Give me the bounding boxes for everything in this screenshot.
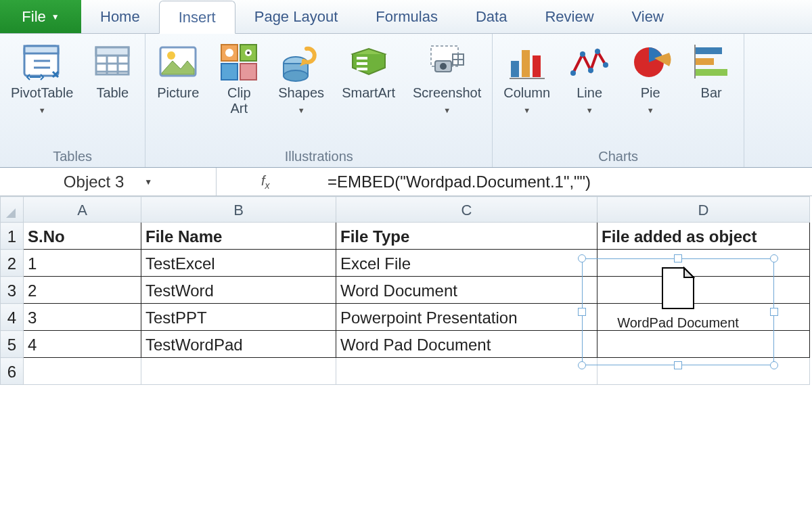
- cell-B5[interactable]: TestWordPad: [141, 331, 336, 358]
- fx-icon[interactable]: fx: [261, 173, 270, 191]
- table-button[interactable]: Table: [88, 38, 137, 101]
- cell-B1[interactable]: File Name: [141, 223, 336, 250]
- ribbon: PivotTable▼TableTablesPictureClipArtShap…: [0, 34, 812, 168]
- chevron-down-icon[interactable]: ▼: [144, 177, 152, 187]
- line-button[interactable]: Line▼: [565, 38, 614, 116]
- picture-icon: [156, 41, 200, 84]
- cell-C5[interactable]: Word Pad Document: [336, 331, 597, 358]
- embedded-object[interactable]: WordPad Document: [578, 254, 778, 369]
- tab-view[interactable]: View: [613, 0, 683, 33]
- row-header-5[interactable]: 5: [1, 331, 24, 358]
- clipart-button[interactable]: ClipArt: [215, 38, 263, 116]
- svg-point-12: [247, 51, 250, 54]
- ribbon-group-illustrations: PictureClipArtShapes▼SmartArtScreenshot▼…: [145, 34, 493, 167]
- cell-C4[interactable]: Powerpoint Presentation: [336, 304, 597, 331]
- resize-handle-nw[interactable]: [578, 254, 586, 262]
- formula-bar: Object 3 ▼ ✕ fx =EMBED("Wordpad.Document…: [0, 168, 812, 196]
- bar-button[interactable]: Bar: [687, 38, 736, 101]
- ribbon-group-label: Tables: [8, 147, 137, 167]
- svg-point-21: [440, 63, 447, 70]
- column-header-A[interactable]: A: [24, 197, 141, 223]
- pie-button[interactable]: Pie▼: [626, 38, 675, 116]
- tab-page-layout[interactable]: Page Layout: [235, 0, 357, 33]
- svg-rect-32: [695, 47, 722, 54]
- shapes-icon: [279, 41, 323, 84]
- svg-rect-16: [357, 57, 367, 60]
- picture-button[interactable]: Picture: [154, 38, 202, 101]
- resize-handle-n[interactable]: [674, 254, 682, 262]
- row-header-6[interactable]: 6: [1, 358, 24, 385]
- cell-B3[interactable]: TestWord: [141, 277, 336, 304]
- column-button[interactable]: Column▼: [501, 38, 553, 116]
- svg-point-5: [167, 51, 175, 60]
- svg-rect-10: [240, 64, 256, 80]
- column-label: Column▼: [503, 85, 550, 116]
- tab-review[interactable]: Review: [526, 0, 612, 33]
- worksheet-grid[interactable]: ABCD1S.NoFile NameFile TypeFile added as…: [0, 196, 812, 385]
- resize-handle-ne[interactable]: [770, 254, 778, 262]
- line-icon: [568, 41, 611, 84]
- clipart-icon: [217, 41, 261, 84]
- smartart-button[interactable]: SmartArt: [339, 38, 398, 101]
- svg-rect-17: [357, 62, 367, 65]
- cell-C6[interactable]: [336, 358, 597, 385]
- pivottable-icon: [20, 41, 64, 84]
- column-header-B[interactable]: B: [141, 197, 336, 223]
- document-icon: [660, 267, 696, 313]
- ribbon-group-charts: Column▼Line▼Pie▼BarCharts: [493, 34, 744, 167]
- picture-label: Picture: [157, 85, 199, 101]
- cell-C2[interactable]: Excel File: [336, 250, 597, 277]
- column-header-D[interactable]: D: [597, 197, 810, 223]
- name-box-value: Object 3: [64, 173, 124, 191]
- cell-C3[interactable]: Word Document: [336, 277, 597, 304]
- shapes-button[interactable]: Shapes▼: [275, 38, 327, 116]
- screenshot-button[interactable]: Screenshot▼: [410, 38, 484, 116]
- name-box[interactable]: Object 3 ▼: [0, 168, 217, 196]
- row-header-4[interactable]: 4: [1, 304, 24, 331]
- pie-label: Pie▼: [641, 85, 660, 116]
- row-header-1[interactable]: 1: [1, 223, 24, 250]
- svg-point-28: [588, 68, 593, 73]
- cell-A5[interactable]: 4: [24, 331, 141, 358]
- formula-bar-buttons: ✕ fx: [217, 168, 318, 196]
- cell-D1[interactable]: File added as object: [597, 223, 810, 250]
- row-header-3[interactable]: 3: [1, 277, 24, 304]
- resize-handle-sw[interactable]: [578, 361, 586, 369]
- svg-point-29: [595, 49, 600, 54]
- cell-C1[interactable]: File Type: [336, 223, 597, 250]
- cell-A2[interactable]: 1: [24, 250, 141, 277]
- file-tab-label: File: [22, 8, 45, 26]
- svg-rect-1: [24, 46, 58, 53]
- screenshot-icon: [426, 41, 469, 84]
- column-icon: [505, 41, 549, 84]
- tab-insert[interactable]: Insert: [159, 1, 235, 34]
- cell-A1[interactable]: S.No: [24, 223, 141, 250]
- svg-point-26: [570, 70, 576, 76]
- resize-handle-se[interactable]: [770, 361, 778, 369]
- svg-rect-24: [522, 50, 530, 77]
- cell-B2[interactable]: TestExcel: [141, 250, 336, 277]
- cell-A6[interactable]: [24, 358, 141, 385]
- cell-B6[interactable]: [141, 358, 336, 385]
- svg-point-27: [580, 51, 585, 57]
- cell-A4[interactable]: 3: [24, 304, 141, 331]
- pivottable-label: PivotTable▼: [11, 85, 73, 116]
- tab-data[interactable]: Data: [457, 0, 526, 33]
- row-header-2[interactable]: 2: [1, 250, 24, 277]
- tab-formulas[interactable]: Formulas: [357, 0, 457, 33]
- file-tab[interactable]: File ▼: [0, 0, 81, 33]
- cell-B4[interactable]: TestPPT: [141, 304, 336, 331]
- column-header-C[interactable]: C: [336, 197, 597, 223]
- tab-home[interactable]: Home: [81, 0, 159, 33]
- ribbon-group-label: Charts: [501, 147, 736, 167]
- formula-input[interactable]: =EMBED("Wordpad.Document.1",""): [318, 173, 812, 191]
- select-all-corner[interactable]: [1, 197, 24, 223]
- ribbon-tab-row: File ▼ HomeInsertPage LayoutFormulasData…: [0, 0, 812, 34]
- shapes-label: Shapes▼: [278, 85, 324, 116]
- svg-rect-34: [695, 69, 727, 76]
- svg-rect-25: [533, 55, 541, 77]
- cell-A3[interactable]: 2: [24, 277, 141, 304]
- resize-handle-s[interactable]: [674, 361, 682, 369]
- pivottable-button[interactable]: PivotTable▼: [8, 38, 76, 116]
- bar-label: Bar: [701, 85, 722, 101]
